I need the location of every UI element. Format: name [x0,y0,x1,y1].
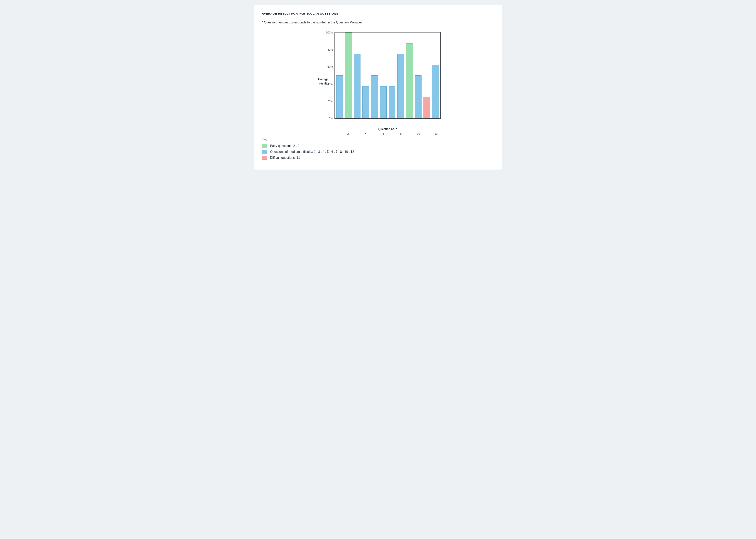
bar-q8 [397,54,404,118]
legend-item-hard: Difficult questions: 11 [262,156,494,160]
report-card: AVERAGE RESULT FOR PARTICULAR QUESTIONS … [254,5,502,170]
legend-label-hard: Difficult questions: 11 [270,156,300,160]
y-tick-label: 100% [326,31,335,34]
chart-row: Average result 0%20%40%60%80%100% 246810… [262,32,494,130]
bar-slot [353,33,362,118]
bar-slot [388,33,396,118]
bar-slot [431,33,440,118]
y-tick-label: 20% [327,100,335,103]
x-tick-slot [370,130,379,135]
grid-line [335,84,441,84]
y-tick-label: 0% [329,117,335,120]
bars-container [335,33,441,118]
bar-slot [370,33,379,118]
bar-slot [414,33,423,118]
swatch-hard [262,156,267,160]
legend-item-medium: Questions of medium difficulty: 1 , 3 , … [262,150,494,154]
bar-slot [362,33,370,118]
bar-slot [379,33,388,118]
x-tick-slot: 4 [361,130,370,135]
swatch-medium [262,150,267,154]
x-tick-slot: 10 [414,130,423,135]
bar-q2 [345,33,352,118]
bar-q9 [406,43,413,118]
bar-q4 [363,86,369,118]
chart-wrap: 0%20%40%60%80%100% 24681012 Question no.… [334,32,441,130]
bar-chart: 0%20%40%60%80%100% [334,32,441,119]
bar-q11 [424,97,430,118]
y-tick-label: 60% [327,65,335,68]
bar-q12 [432,65,439,118]
legend-title: Key [262,138,494,141]
legend: Key Easy questions: 2 , 9 Questions of m… [262,138,494,160]
bar-slot [335,33,344,118]
legend-item-easy: Easy questions: 2 , 9 [262,144,494,148]
x-tick-slot: 6 [379,130,388,135]
bar-slot [423,33,431,118]
grid-line [335,101,441,102]
x-ticks: 24681012 [334,130,441,135]
bar-q1 [336,75,343,118]
x-tick-slot [352,130,361,135]
bar-q5 [371,75,378,118]
bar-slot [405,33,414,118]
bar-q10 [415,75,422,118]
y-tick-label: 80% [327,48,335,51]
x-axis-title: Question no. * [334,127,441,130]
bar-slot [344,33,353,118]
x-tick-slot [335,130,344,135]
legend-label-easy: Easy questions: 2 , 9 [270,144,300,148]
card-title: AVERAGE RESULT FOR PARTICULAR QUESTIONS [262,12,494,15]
bar-q7 [389,86,395,118]
swatch-easy [262,144,267,148]
legend-label-medium: Questions of medium difficulty: 1 , 3 , … [270,150,354,154]
x-tick-slot [423,130,432,135]
note-text: * Question number corresponds to the num… [262,21,494,24]
bar-q6 [380,86,387,118]
x-tick-slot [405,130,414,135]
bar-q3 [354,54,361,118]
grid-line [335,67,441,67]
x-tick-slot [388,130,396,135]
x-tick-slot: 12 [432,130,441,135]
bar-slot [396,33,405,118]
x-tick-slot: 2 [344,130,353,135]
y-tick-label: 40% [327,83,335,86]
x-tick-slot: 8 [396,130,405,135]
